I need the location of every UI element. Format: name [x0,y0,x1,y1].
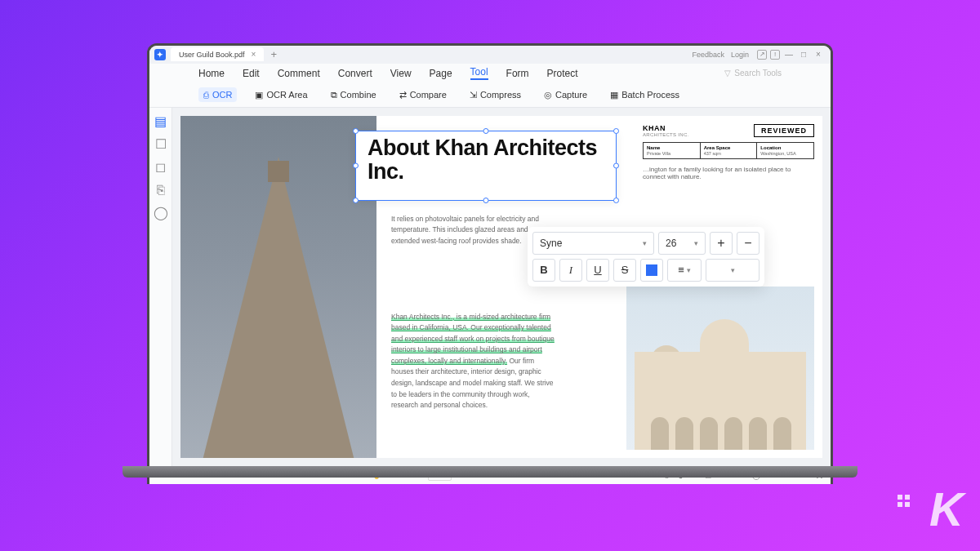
main-menu: Home Edit Comment Convert View Page Tool… [149,64,831,83]
notify-icon[interactable]: ! [770,50,780,60]
resize-handle[interactable] [613,128,619,134]
thumbnails-icon[interactable]: ▤ [155,116,167,127]
document-tab[interactable]: User Guild Book.pdf × [171,47,264,61]
tool-capture[interactable]: ◎Capture [539,87,592,103]
menu-edit[interactable]: Edit [243,68,260,79]
resize-handle[interactable] [613,162,619,168]
font-color-button[interactable] [640,259,663,282]
color-swatch [646,264,657,276]
chevron-down-icon: ▾ [694,239,698,247]
menu-tool[interactable]: Tool [470,66,488,80]
tool-toolbar: ⎙OCR ▣OCR Area ⧉Combine ⇄Compare ⇲Compre… [149,83,831,108]
titlebar: ✦ User Guild Book.pdf × + Feedback Login… [149,46,831,64]
close-tab-icon[interactable]: × [252,50,256,59]
search-placeholder: Search Tools [734,69,782,78]
intro-text: …ington for a family looking for an isol… [643,166,814,180]
italic-button[interactable]: I [559,259,582,282]
tool-compress[interactable]: ⇲Compress [465,87,526,103]
chevron-down-icon: ▾ [687,266,691,274]
chevron-down-icon: ▾ [643,239,647,247]
crop-icon: ▣ [255,90,263,100]
menu-comment[interactable]: Comment [278,68,320,79]
attachments-icon[interactable]: ⎘ [155,184,167,196]
menu-view[interactable]: View [390,68,412,79]
ocr-icon: ⎙ [203,90,209,100]
selected-text-frame[interactable]: About Khan Architects Inc. [355,131,617,201]
resize-handle[interactable] [353,128,359,134]
stamp-company: KHAN [643,124,689,132]
header-stamp: KHAN ARCHITECTS INC. REVIEWED NamePrivat… [643,124,814,180]
resize-handle[interactable] [353,198,359,203]
strikethrough-button[interactable]: S [613,259,636,282]
table-cell: LocationWashington, USA [757,143,813,158]
resize-handle[interactable] [483,128,489,134]
resize-handle[interactable] [483,198,489,203]
tool-combine[interactable]: ⧉Combine [326,87,381,103]
app-window: ✦ User Guild Book.pdf × + Feedback Login… [147,43,833,484]
workspace: ▤ ☐ ◻ ⎘ ◯ About Khan Architects Inc. [149,108,831,466]
underline-button[interactable]: U [586,259,609,282]
maximize-icon[interactable]: □ [796,50,811,59]
increase-size-button[interactable]: + [710,232,733,255]
building-image [180,116,376,458]
menu-page[interactable]: Page [430,68,452,79]
stamp-company-sub: ARCHITECTS INC. [643,132,689,137]
add-tab-button[interactable]: + [270,48,277,60]
decrease-size-button[interactable]: − [737,232,760,255]
login-link[interactable]: Login [731,51,749,59]
body-paragraph-2: Khan Architects Inc., is a mid-sized arc… [391,312,555,411]
combine-icon: ⧉ [331,90,337,100]
font-size-select[interactable]: 26▾ [658,232,706,255]
batch-icon: ▦ [610,90,618,100]
page-title: About Khan Architects Inc. [368,136,604,184]
chat-icon[interactable]: ◯ [155,207,167,219]
tool-ocr-area[interactable]: ▣OCR Area [250,87,312,103]
bookmarks-icon[interactable]: ☐ [155,139,167,150]
feedback-link[interactable]: Feedback [692,51,724,59]
page: About Khan Architects Inc. KHAN [180,116,822,458]
watermark-dots [898,495,910,507]
resize-handle[interactable] [613,198,619,203]
app-logo-icon: ✦ [154,49,166,60]
compress-icon: ⇲ [470,90,477,100]
watermark-logo: K [929,482,960,536]
tool-ocr[interactable]: ⎙OCR [198,87,237,102]
mosque-image [626,287,814,450]
left-sidebar: ▤ ☐ ◻ ⎘ ◯ [149,108,172,466]
menu-home[interactable]: Home [198,68,225,79]
comments-icon[interactable]: ◻ [155,162,167,173]
table-cell: NamePrivate Villa [644,143,701,158]
reviewed-stamp: REVIEWED [754,124,814,137]
font-family-select[interactable]: Syne▾ [532,232,654,255]
bold-button[interactable]: B [532,259,555,282]
menu-protect[interactable]: Protect [547,68,578,79]
menu-convert[interactable]: Convert [338,68,372,79]
camera-icon: ◎ [544,90,552,100]
funnel-icon: ▽ [724,69,731,78]
document-canvas[interactable]: About Khan Architects Inc. KHAN [172,108,831,466]
tool-compare[interactable]: ⇄Compare [394,87,452,103]
tab-filename: User Guild Book.pdf [179,51,245,59]
laptop-base [122,466,858,478]
share-icon[interactable]: ↗ [757,50,767,60]
text-format-panel: Syne▾ 26▾ + − B I U S ≡▾ ▾ [528,227,764,287]
tool-batch[interactable]: ▦Batch Process [605,87,684,103]
search-tools[interactable]: ▽ Search Tools [724,69,782,78]
compare-icon: ⇄ [399,90,407,100]
close-window-icon[interactable]: × [811,50,826,59]
menu-form[interactable]: Form [506,68,529,79]
text-align-button[interactable]: ≡▾ [667,259,702,282]
table-cell: Area Space437 sqm [701,143,758,158]
chevron-down-icon: ▾ [731,266,735,274]
resize-handle[interactable] [353,162,359,168]
more-options-button[interactable]: ▾ [706,259,760,282]
align-icon: ≡ [678,264,684,276]
minimize-icon[interactable]: — [782,50,796,59]
project-info-table: NamePrivate Villa Area Space437 sqm Loca… [643,142,814,159]
